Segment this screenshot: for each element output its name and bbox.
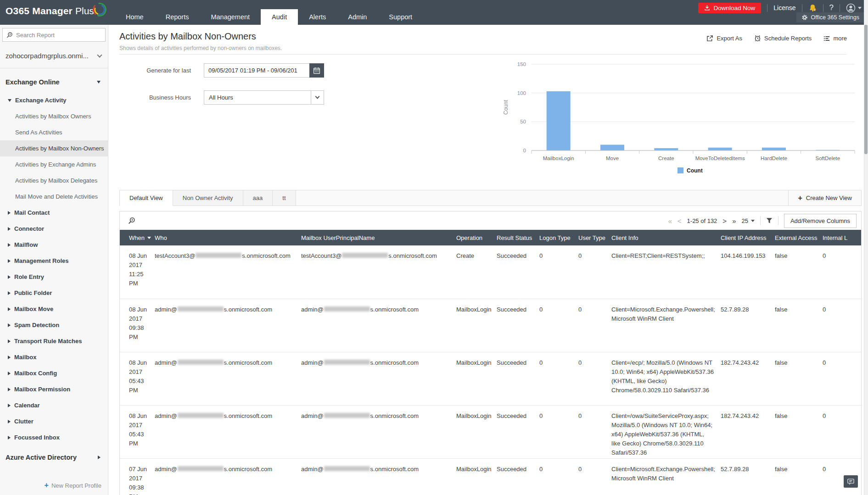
tree-group-clutter[interactable]: Clutter: [0, 413, 108, 429]
triangle-down-icon: [8, 99, 11, 102]
tree-group-mailbox[interactable]: Mailbox: [0, 349, 108, 365]
nav-reports[interactable]: Reports: [155, 9, 200, 25]
tree-item-mail-move-and-delete-activities[interactable]: Mail Move and Delete Activities: [0, 189, 108, 205]
tree-group-focussed-inbox[interactable]: Focussed Inbox: [0, 429, 108, 445]
redacted-text: [324, 306, 370, 311]
nav-admin[interactable]: Admin: [337, 9, 378, 25]
filter-funnel-icon[interactable]: [766, 217, 773, 224]
tree-group-management-roles[interactable]: Management Roles: [0, 253, 108, 269]
activity-bar-chart: 150100500CountMailboxLoginMoveCreateMove…: [501, 55, 859, 180]
first-page-button[interactable]: «: [668, 217, 672, 224]
logo-swoosh-icon: [91, 1, 108, 17]
tree-group-mailbox-permission[interactable]: Mailbox Permission: [0, 381, 108, 397]
help-icon[interactable]: ?: [829, 3, 834, 12]
tree-group-connector[interactable]: Connector: [0, 221, 108, 237]
svg-text:100: 100: [517, 90, 526, 96]
feedback-chat-button[interactable]: [844, 475, 858, 488]
tab-tt[interactable]: tt: [273, 190, 296, 206]
table-row[interactable]: 08 Jun201711:25 PM testAccount3@s.onmicr…: [120, 245, 862, 299]
tree-group-mailbox-move[interactable]: Mailbox Move: [0, 301, 108, 317]
column-header-internal-logon[interactable]: Internal L: [823, 230, 862, 245]
section-azure-active-directory[interactable]: Azure Active Directory: [0, 445, 108, 461]
column-header-operation[interactable]: Operation: [456, 230, 497, 245]
tree-item-activities-by-mailbox-delegates[interactable]: Activities by Mailbox Delegates: [0, 172, 108, 189]
column-header-logon-type[interactable]: Logon Type: [539, 230, 578, 245]
column-header-result-status[interactable]: Result Status: [497, 230, 539, 245]
date-range-input[interactable]: [204, 63, 309, 78]
table-row[interactable]: 08 Jun201705:43 PM admin@s.onmicrosoft.c…: [120, 352, 862, 405]
triangle-right-icon: [98, 456, 101, 459]
calendar-button[interactable]: [309, 63, 324, 78]
table-row[interactable]: 08 Jun201709:38 PM admin@s.onmicrosoft.c…: [120, 299, 862, 352]
column-header-client-ip[interactable]: Client IP Address: [721, 230, 775, 245]
nav-audit[interactable]: Audit: [261, 9, 298, 25]
more-button[interactable]: more: [823, 35, 847, 42]
nav-management[interactable]: Management: [200, 9, 261, 25]
license-link[interactable]: License: [773, 4, 795, 11]
triangle-right-icon: [8, 372, 11, 375]
tab-non-owner-activity[interactable]: Non Owner Activity: [173, 190, 243, 206]
download-now-label: Download Now: [713, 5, 755, 11]
nav-alerts[interactable]: Alerts: [298, 9, 337, 25]
nav-support[interactable]: Support: [378, 9, 423, 25]
tab-aaa[interactable]: aaa: [243, 190, 273, 206]
table-row[interactable]: 07 Jun201709:38 PM admin@s.onmicrosoft.c…: [120, 458, 862, 495]
tree-group-role-entry[interactable]: Role Entry: [0, 269, 108, 285]
column-header-external-access[interactable]: External Access: [775, 230, 823, 245]
tree-group-mail-contact[interactable]: Mail Contact: [0, 205, 108, 221]
section-exchange-online[interactable]: Exchange Online: [0, 68, 108, 92]
user-account-menu[interactable]: [846, 3, 862, 13]
search-report-input[interactable]: [16, 32, 101, 39]
export-icon: [706, 35, 713, 42]
tree-group-spam-detection[interactable]: Spam Detection: [0, 317, 108, 333]
tree-group-exchange-activity[interactable]: Exchange Activity: [0, 92, 108, 108]
triangle-right-icon: [8, 211, 11, 215]
search-results-icon[interactable]: [128, 217, 135, 224]
tree-item-send-as-activities[interactable]: Send As Activities: [0, 124, 108, 140]
report-search[interactable]: [2, 28, 106, 42]
column-header-user-type[interactable]: User Type: [578, 230, 611, 245]
column-header-client-info[interactable]: Client Info: [611, 230, 721, 245]
column-header-who[interactable]: Who: [155, 230, 301, 245]
svg-text:MoveToDeletedItems: MoveToDeletedItems: [695, 156, 745, 161]
download-now-button[interactable]: Download Now: [698, 3, 761, 13]
calendar-icon: [313, 67, 320, 74]
triangle-right-icon: [8, 259, 11, 263]
tree-group-calendar[interactable]: Calendar: [0, 397, 108, 413]
column-header-mailbox-upn[interactable]: Mailbox UserPrincipalName: [301, 230, 456, 245]
tree-group-mailflow[interactable]: Mailflow: [0, 237, 108, 253]
svg-text:HardDelete: HardDelete: [761, 156, 787, 161]
triangle-right-icon: [8, 436, 11, 439]
new-report-profile-button[interactable]: + New Report Profile: [45, 481, 101, 489]
tree-group-public-folder[interactable]: Public Folder: [0, 285, 108, 301]
results-table: When Who Mailbox UserPrincipalName Opera…: [120, 230, 862, 495]
scrollbar-thumb[interactable]: [864, 25, 868, 154]
tree-item-activities-by-mailbox-owners[interactable]: Activities by Mailbox Owners: [0, 108, 108, 124]
table-row[interactable]: 08 Jun201705:43 PM admin@s.onmicrosoft.c…: [120, 405, 862, 458]
tree-item-activities-by-mailbox-non-owners[interactable]: Activities by Mailbox Non-Owners: [0, 140, 108, 156]
add-remove-columns-button[interactable]: Add/Remove Columns: [784, 214, 857, 228]
tree-group-mailbox-config[interactable]: Mailbox Config: [0, 365, 108, 381]
last-page-button[interactable]: »: [732, 217, 736, 224]
prev-page-button[interactable]: <: [678, 217, 682, 224]
tree-group-transport-rule-matches[interactable]: Transport Rule Matches: [0, 333, 108, 349]
office365-settings-button[interactable]: Office 365 Settings: [796, 12, 864, 22]
page-size-select[interactable]: 25: [741, 217, 754, 224]
export-as-button[interactable]: Export As: [706, 35, 742, 42]
column-header-when[interactable]: When: [120, 230, 155, 245]
svg-text:Count: Count: [687, 167, 703, 174]
separator: [778, 216, 778, 225]
create-new-view-button[interactable]: + Create New View: [788, 190, 861, 206]
window-scrollbar[interactable]: [864, 0, 868, 495]
tenant-selector[interactable]: zohocorpadmgrplus.onmi...: [0, 42, 108, 68]
next-page-button[interactable]: >: [722, 217, 727, 224]
business-hours-select[interactable]: All Hours: [204, 90, 324, 105]
nav-home[interactable]: Home: [115, 9, 155, 25]
tree-item-activities-by-exchange-admins[interactable]: Activities by Exchange Admins: [0, 156, 108, 172]
select-dropdown-button[interactable]: [311, 91, 324, 104]
schedule-reports-button[interactable]: Schedule Reports: [754, 35, 812, 42]
notification-bell-icon[interactable]: [808, 4, 817, 12]
separator: [823, 4, 823, 12]
new-report-profile-label: New Report Profile: [51, 482, 101, 489]
tab-default-view[interactable]: Default View: [120, 190, 173, 206]
